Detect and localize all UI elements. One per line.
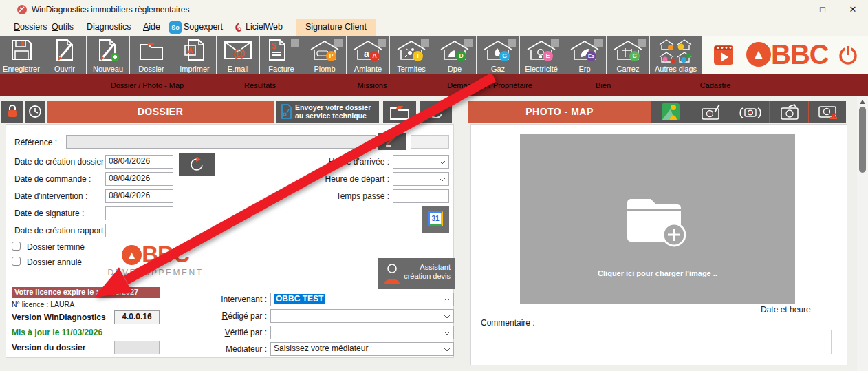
date-creation-input[interactable]: 08/04/2026 <box>105 155 173 169</box>
version-value-button[interactable]: 4.0.0.16 <box>114 310 160 324</box>
chevron-down-icon <box>444 331 451 335</box>
street-view-button[interactable] <box>651 101 691 123</box>
tab-resultats[interactable]: Résultats <box>244 81 276 89</box>
dossier-annule-checkbox[interactable] <box>12 257 21 266</box>
menu-dossiers[interactable]: Dossiers <box>14 22 47 32</box>
amiante-button[interactable]: a A Amiante <box>347 36 390 74</box>
temps-passe-label: Temps passé : <box>248 191 389 201</box>
camera-hands-icon <box>739 104 762 120</box>
verifie-par-select[interactable] <box>270 326 454 339</box>
folder-icon <box>138 39 165 62</box>
new-button[interactable]: Nouveau <box>87 36 130 74</box>
electricite-button[interactable]: E Electricité <box>520 36 563 74</box>
temps-passe-input[interactable] <box>393 189 449 203</box>
gaz-button[interactable]: G Gaz <box>477 36 520 74</box>
assistant-devis-button[interactable]: Assistant création devis <box>378 258 455 289</box>
photo-delete-button[interactable] <box>808 101 846 123</box>
erp-button[interactable]: Es Erp <box>563 36 607 74</box>
tab-bien[interactable]: Bien <box>596 81 611 89</box>
invoice-button[interactable]: $ Facture <box>260 36 303 74</box>
menu-signature-client[interactable]: Signature Client <box>296 19 376 36</box>
folder-button[interactable]: Dossier <box>130 36 173 74</box>
edit-reference-button[interactable] <box>378 133 406 150</box>
tab-dossier-photo-map[interactable]: Dossier / Photo - Map <box>111 81 184 89</box>
menu-licielweb[interactable]: LicielWeb <box>246 22 283 32</box>
termites-button[interactable]: T Termites <box>390 36 433 74</box>
menu-diagnostics[interactable]: Diagnostics <box>87 22 131 32</box>
word-document-icon: W <box>182 39 207 62</box>
tab-demandeur-proprietaire[interactable]: Demandeur / Propriétaire <box>447 81 532 89</box>
electricite-badge: E <box>543 51 553 61</box>
dossier-termine-label: Dossier terminé <box>27 242 85 252</box>
video-tutorial-icon[interactable] <box>713 44 735 66</box>
photo-edit-button[interactable] <box>691 101 730 123</box>
send-dossier-button[interactable]: Envoyer votre dossier au service techniq… <box>276 101 379 123</box>
chevron-down-icon <box>444 348 451 352</box>
photo-upload-area[interactable]: Cliquer ici pour charger l'image .. <box>520 134 795 304</box>
redige-par-select[interactable] <box>270 309 454 323</box>
dpe-badge: D <box>456 51 466 61</box>
heure-arrivee-select[interactable] <box>393 155 449 169</box>
comment-textarea[interactable] <box>479 330 832 354</box>
tab-cadastre[interactable]: Cadastre <box>700 81 731 89</box>
menu-sogexpert[interactable]: Sogexpert <box>184 22 223 32</box>
date-commande-input[interactable]: 08/04/2026 <box>105 172 173 186</box>
licielweb-icon[interactable] <box>232 21 243 34</box>
photo-import-button[interactable] <box>769 101 808 123</box>
history-button[interactable] <box>25 101 45 123</box>
open-folder-button[interactable] <box>383 101 416 123</box>
date-commande-label: Date de commande : <box>14 174 91 184</box>
photo-placeholder-text: Cliquer ici pour charger l'image .. <box>520 269 795 277</box>
email-button[interactable]: @ E.mail <box>217 36 260 74</box>
camera-delete-icon <box>818 103 838 121</box>
dossier-panel-title: DOSSIER <box>47 101 274 123</box>
menu-outils[interactable]: Outils <box>52 22 74 32</box>
date-creation-label: Date de création dossier : <box>14 157 109 167</box>
diag-checkbox[interactable] <box>291 39 299 47</box>
close-icon[interactable]: ✕ <box>839 0 867 19</box>
menu-bar: Dossiers Outils Diagnostics Aide So Soge… <box>0 19 868 36</box>
minimize-icon[interactable]: – <box>776 0 803 19</box>
google-calendar-button[interactable]: 31 <box>422 206 449 233</box>
maximize-icon[interactable]: □ <box>809 0 836 19</box>
camera-pencil-icon <box>701 103 721 121</box>
plomb-button[interactable]: P Plomb <box>303 36 347 74</box>
menu-aide[interactable]: Aide <box>143 22 160 32</box>
scrollbar-thumb[interactable] <box>859 107 866 173</box>
scroll-up-icon[interactable] <box>860 100 865 104</box>
dossier-termine-checkbox[interactable] <box>12 242 21 251</box>
heure-depart-select[interactable] <box>393 172 449 186</box>
lock-button[interactable] <box>1 101 23 123</box>
power-icon[interactable] <box>837 44 859 66</box>
date-signature-input[interactable] <box>105 206 173 220</box>
sync-button[interactable] <box>420 101 452 123</box>
send-document-icon <box>281 104 292 119</box>
mediateur-select[interactable]: Saisissez votre médiateur <box>270 342 454 356</box>
autres-diags-button[interactable]: Autres diags <box>650 36 702 74</box>
reference-label: Référence : <box>14 138 57 147</box>
reference-suffix-field[interactable] <box>411 135 449 149</box>
chevron-down-icon <box>439 178 446 182</box>
dpe-button[interactable]: D Dpe <box>433 36 477 74</box>
print-button[interactable]: W Imprimer <box>173 36 217 74</box>
tab-missions[interactable]: Missions <box>358 81 387 89</box>
datetime-label: Date et heure <box>746 304 847 316</box>
verifie-par-label: Vérifié par : <box>171 328 267 337</box>
intervenant-select[interactable]: OBBC TEST <box>270 293 454 306</box>
date-intervention-input[interactable]: 08/04/2026 <box>105 189 173 203</box>
heure-depart-label: Heure de départ : <box>248 174 389 184</box>
date-intervention-label: Date d'intervention : <box>14 191 87 201</box>
sogexpert-cloud-icon[interactable]: So <box>169 21 182 34</box>
refresh-icon <box>188 156 206 173</box>
save-button[interactable]: Enregistrer <box>0 36 43 74</box>
carrez-button[interactable]: C Carrez <box>607 36 650 74</box>
open-button[interactable]: Ouvrir <box>43 36 87 74</box>
history-clock-icon <box>28 105 42 118</box>
reference-input[interactable] <box>66 135 376 149</box>
version-label: Version WinDiagnostics <box>12 312 106 322</box>
refresh-dates-button[interactable] <box>179 153 215 176</box>
mediateur-label: Médiateur : <box>171 344 267 354</box>
dossier-panel: Référence : Date de création dossier : 0… <box>6 124 454 358</box>
date-rapport-input[interactable] <box>105 224 173 237</box>
photo-hands-button[interactable] <box>730 101 769 123</box>
